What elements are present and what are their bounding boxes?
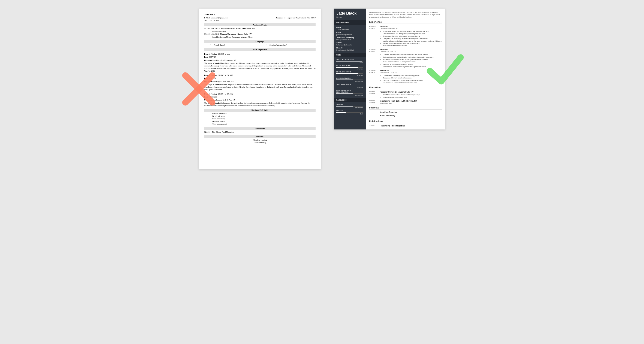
entry-dates: 2015-01 - 2015-08 xyxy=(369,49,380,68)
header-experience: Experience xyxy=(369,21,442,24)
candidate-name: Jade Black xyxy=(204,13,316,16)
skill-bar: SPANISHIntermediate xyxy=(336,104,363,108)
job-entry: Date of Joining: 2013-04 to 2014-12Post:… xyxy=(204,93,316,107)
academic-bullet: Businesses Major xyxy=(212,30,316,33)
skill-bar: DECISION MAKINGIntermediate xyxy=(336,77,363,82)
entry-title: SERVER xyxy=(380,25,442,28)
section-academic: Academic Details xyxy=(204,23,316,26)
skill-bar: DETAIL-ORIENTATEDAdvanced xyxy=(336,65,363,70)
info-value: jadeblack@gmail.com xyxy=(336,34,363,36)
skill-item: Problem solving xyxy=(212,117,316,120)
job-entry: Date of Joining: 2015-01 to 2015-08Post:… xyxy=(204,74,316,91)
section-pubs: Publications xyxy=(204,127,316,130)
entry-plain: Businesses Major xyxy=(380,102,442,104)
entry-row: 2015-08 - presentSERVERCarbello's Restau… xyxy=(369,25,442,47)
sidebar-header-info: Personal Info xyxy=(334,20,366,25)
info-label: LinkedIn xyxy=(336,47,363,49)
skill-item: Service-orientated xyxy=(212,112,316,115)
entry-dates: 2016-02 xyxy=(369,125,380,127)
section-languages: Languages xyxy=(204,40,316,43)
candidate-name: Jade Black xyxy=(334,9,366,16)
interest-item: Youth Mentoring xyxy=(380,114,442,117)
entry-dates: 2015-08 - present xyxy=(369,25,380,47)
section-work: Work Experience xyxy=(204,48,316,51)
skill-bar: FRENCHBasic xyxy=(336,110,363,115)
address-line: Address: 134 Rightward Way Portland, ME,… xyxy=(276,17,316,19)
info-value: twitter.com/jadecooks xyxy=(336,44,363,46)
email-line: E-Mail: jadeblack@gmail.com xyxy=(204,17,228,19)
entry-dates: 2013-04 - 2014-12 xyxy=(369,70,380,84)
interest-item: Youth mentoring xyxy=(204,141,316,144)
info-value: 1 (123) 456-7890 xyxy=(336,29,363,31)
section-skills: Hard and Soft Skills xyxy=(204,109,316,112)
left-resume-wrap: Jade Black E-Mail: jadeblack@gmail.com A… xyxy=(199,9,321,169)
info-value: linkedin.com/in/jadeblack xyxy=(336,49,363,51)
right-resume-wrap: Jade Black Server Personal Info Phone1 (… xyxy=(334,9,445,129)
academic-bullet: Small Businesses Minor, Restaurant Manag… xyxy=(212,36,316,38)
skill-bar: PROBLEM SOLVINGAdvanced xyxy=(336,71,363,76)
skill-item: Decision making xyxy=(212,120,316,123)
info-label: Twitter xyxy=(336,42,363,44)
entry-title: Niagara University, Niagara Falls, NY xyxy=(380,91,442,93)
skill-bar: MONITORING SELF PERFORMANCEIntermediate xyxy=(336,90,363,96)
interest-item: Marathon Running xyxy=(380,111,442,113)
language-item: Spanish (intermediate) xyxy=(260,44,316,46)
sidebar-header-langs: Languages xyxy=(334,98,366,102)
entry-row: 2016-02Fine Dining Food Magazine xyxy=(369,125,442,127)
tel-line: Tel: 123-456-7890 xyxy=(204,19,316,22)
entry-bullet: Delegated role of clearing tables immedi… xyxy=(383,37,442,40)
skill-bar: SERVICE-ORIENTATEDExpert xyxy=(336,59,363,64)
publication: 02.2016 - Fine Dining Food Magazine xyxy=(204,131,316,133)
header-publications: Publications xyxy=(369,120,442,123)
entry-title: Middletown High School, Middleville, NJ xyxy=(380,100,442,102)
entry-row: 2009-09 - 2012-06Middletown High School,… xyxy=(369,100,442,104)
entry-row: 2012-09 - 2014-06Niagara University, Nia… xyxy=(369,91,442,99)
x-mark-icon xyxy=(180,70,218,108)
entry-bullet: Memorized entire fine dining menu, inclu… xyxy=(383,33,442,35)
sidebar-header-skills: Skills xyxy=(334,53,366,57)
entry-bullet: Won "Server of The Year" in 2016 xyxy=(383,45,442,47)
entry-bullet: Maintained communicative environment for… xyxy=(383,40,442,42)
entry-title: Fine Dining Food Magazine xyxy=(380,125,442,127)
entry-bullet: Encouraged fine wine sales based on menu… xyxy=(383,35,442,37)
entry-dates: 2012-09 - 2014-06 xyxy=(369,91,380,99)
sidebar: Jade Black Server Personal Info Phone1 (… xyxy=(334,9,366,129)
academic-entry: 09.2009 – 06.2012 – Middletown High Scho… xyxy=(204,27,316,30)
candidate-role: Server xyxy=(334,16,366,20)
info-label: Jade Cooks Food Blog xyxy=(336,37,363,39)
entry-dates: 2009-09 - 2012-06 xyxy=(369,100,380,104)
header-interests: Interests xyxy=(369,106,442,110)
entry-org: Carbello's Restaurant, NY xyxy=(380,28,442,30)
skill-bar: TIME MANAGEMENTAdvanced xyxy=(336,84,363,88)
academic-entry: 09.2012 – 06.2014 - Niagara University, … xyxy=(204,33,316,35)
interest-item: Marathon running xyxy=(204,139,316,141)
info-label: Phone xyxy=(336,26,363,28)
entry-bullet: Small Businesses Minor, Restaurant Manag… xyxy=(383,94,442,96)
language-item: French (basic) xyxy=(204,44,260,46)
entry-bullet: Hosted four parties per shift and carrie… xyxy=(383,30,442,33)
entry-bullet: Trained new employees and oversaw junior… xyxy=(383,42,442,45)
entry-bullet: Completed 60 credits toward a BA xyxy=(383,96,442,98)
skill-item: Detail-orientated xyxy=(212,115,316,117)
check-mark-icon xyxy=(426,50,464,88)
info-value: www.jadecooks.com xyxy=(336,39,363,41)
info-label: E-mail xyxy=(336,32,363,34)
section-interests: Interests xyxy=(204,135,316,138)
summary: Highly energetic Server with 6 years exp… xyxy=(369,11,442,19)
job-entry: Date of Joining: 2015-08 to nowPost: SER… xyxy=(204,53,316,72)
skill-item: Time management xyxy=(212,123,316,125)
